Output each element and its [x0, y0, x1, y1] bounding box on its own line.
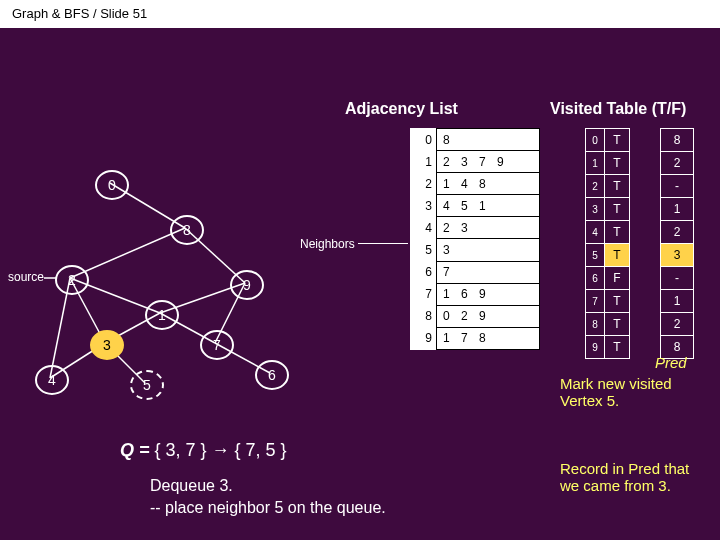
graph-node-0: 0 [95, 170, 129, 200]
visited-index: 7 [586, 290, 605, 313]
adj-index: 7 [410, 283, 437, 305]
adj-values: 0 2 9 [437, 305, 540, 327]
pred-value: 2 [661, 152, 694, 175]
adj-index: 3 [410, 195, 437, 217]
graph-node-9: 9 [230, 270, 264, 300]
pred-value: - [661, 175, 694, 198]
graph-node-4: 4 [35, 365, 69, 395]
pred-value: 3 [661, 244, 694, 267]
visited-value: T [605, 175, 630, 198]
svg-line-1 [70, 228, 185, 278]
adj-index: 2 [410, 173, 437, 195]
graph-node-5: 5 [130, 370, 164, 400]
visited-value: T [605, 198, 630, 221]
visited-index: 4 [586, 221, 605, 244]
note-mark-visited: Mark new visited Vertex 5. [560, 375, 710, 409]
adj-values: 8 [437, 129, 540, 151]
visited-index: 1 [586, 152, 605, 175]
pred-value: - [661, 267, 694, 290]
visited-table-heading: Visited Table (T/F) [550, 100, 686, 118]
visited-index: 3 [586, 198, 605, 221]
adj-values: 4 5 1 [437, 195, 540, 217]
graph-node-6: 6 [255, 360, 289, 390]
pred-value: 2 [661, 221, 694, 244]
adj-values: 1 4 8 [437, 173, 540, 195]
queue-label: Q = [120, 440, 150, 460]
visited-value: F [605, 267, 630, 290]
visited-table: 0T1T2T3T4T5T6F7T8T9T [585, 128, 630, 359]
visited-index: 5 [586, 244, 605, 267]
step-line-1: Dequeue 3. [150, 475, 386, 497]
step-line-2: -- place neighbor 5 on the queue. [150, 497, 386, 519]
adj-index: 5 [410, 239, 437, 261]
visited-value: T [605, 336, 630, 359]
adjacency-list-heading: Adjacency List [345, 100, 458, 118]
visited-value: T [605, 313, 630, 336]
visited-value: T [605, 244, 630, 267]
visited-index: 8 [586, 313, 605, 336]
queue-expression: { 3, 7 } → { 7, 5 } [155, 440, 287, 460]
adj-values: 2 3 [437, 217, 540, 239]
visited-index: 2 [586, 175, 605, 198]
graph-node-7: 7 [200, 330, 234, 360]
adj-index: 9 [410, 327, 437, 349]
pred-table: 82-123-128 [660, 128, 694, 359]
visited-value: T [605, 290, 630, 313]
adj-values: 3 [437, 239, 540, 261]
graph-node-1: 1 [145, 300, 179, 330]
pred-value: 1 [661, 290, 694, 313]
step-text: Dequeue 3. -- place neighbor 5 on the qu… [150, 475, 386, 519]
adj-values: 1 7 8 [437, 327, 540, 349]
adj-index: 8 [410, 305, 437, 327]
visited-value: T [605, 152, 630, 175]
adj-values: 1 6 9 [437, 283, 540, 305]
breadcrumb: Graph & BFS / Slide 51 [12, 6, 147, 21]
graph-node-8: 8 [170, 215, 204, 245]
queue-line: Q = { 3, 7 } → { 7, 5 } [120, 440, 287, 461]
pred-label: Pred [655, 354, 687, 371]
visited-index: 0 [586, 129, 605, 152]
source-label: source [8, 270, 44, 284]
visited-value: T [605, 129, 630, 152]
adj-index: 6 [410, 261, 437, 283]
adj-index: 1 [410, 151, 437, 173]
pred-value: 2 [661, 313, 694, 336]
adj-index: 0 [410, 129, 437, 151]
visited-index: 9 [586, 336, 605, 359]
graph-node-3: 3 [90, 330, 124, 360]
adj-index: 4 [410, 217, 437, 239]
pred-value: 8 [661, 129, 694, 152]
adj-values: 7 [437, 261, 540, 283]
neighbors-label: Neighbors [300, 237, 355, 251]
visited-value: T [605, 221, 630, 244]
neighbors-pointer [358, 243, 408, 244]
adjacency-list-table: 0812 3 7 921 4 834 5 142 3536771 6 980 2… [410, 128, 540, 350]
pred-value: 1 [661, 198, 694, 221]
visited-index: 6 [586, 267, 605, 290]
note-record-pred: Record in Pred that we came from 3. [560, 460, 710, 494]
graph-node-2: 2 [55, 265, 89, 295]
adj-values: 2 3 7 9 [437, 151, 540, 173]
